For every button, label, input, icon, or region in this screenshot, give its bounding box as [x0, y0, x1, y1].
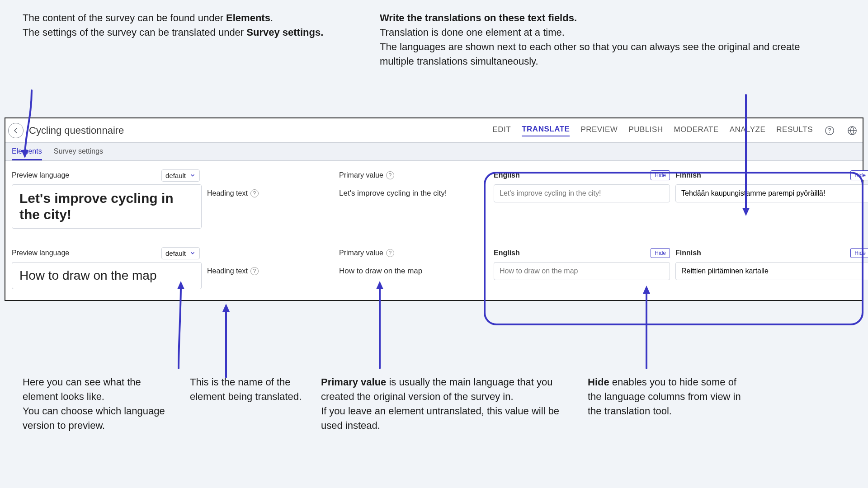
app-window: Cycling questionnaire EDIT TRANSLATE PRE… — [5, 117, 863, 301]
element-name-1: Heading text ? — [207, 184, 334, 202]
primary-value-1: Let's improve cycling in the city! — [339, 189, 447, 198]
preview-heading-1: Let's improve cycling in the city! — [12, 184, 202, 229]
text: The content of the survey can be found u… — [23, 12, 226, 23]
annotation-hide: Hide enables you to hide some of the lan… — [588, 375, 741, 418]
nav-analyze[interactable]: ANALYZE — [730, 125, 766, 136]
annotation-primary-value: Primary value is usually the main langua… — [321, 375, 570, 433]
finnish-input-1[interactable] — [675, 184, 868, 202]
chevron-down-icon — [189, 250, 196, 256]
subtab-elements[interactable]: Elements — [12, 147, 42, 160]
help-icon — [825, 126, 835, 136]
label: Heading text — [207, 267, 248, 275]
primary-value-header: Primary value ? — [339, 244, 488, 262]
element-name-2: Heading text ? — [207, 262, 334, 280]
text-bold: Elements — [226, 12, 270, 23]
subtabs: Elements Survey settings — [5, 143, 863, 161]
nav-moderate[interactable]: MODERATE — [674, 125, 719, 136]
top-nav: EDIT TRANSLATE PREVIEW PUBLISH MODERATE … — [492, 125, 858, 136]
chevron-down-icon — [189, 172, 196, 178]
globe-icon — [847, 126, 857, 136]
text: The settings of the survey can be transl… — [23, 27, 246, 38]
help-icon[interactable]: ? — [386, 249, 394, 257]
help-button[interactable] — [824, 125, 835, 136]
subtab-survey-settings[interactable]: Survey settings — [54, 147, 103, 160]
text: This is the name of the element being tr… — [190, 376, 302, 402]
preview-language-select[interactable]: default — [161, 247, 200, 259]
text-bold: Hide — [588, 376, 609, 388]
text: If you leave an element untranslated, th… — [321, 405, 559, 431]
nav-translate[interactable]: TRANSLATE — [522, 125, 570, 136]
text: Translation is done one element at a tim… — [380, 27, 565, 38]
english-input-2[interactable] — [494, 262, 670, 280]
arrow-left-icon — [12, 127, 20, 135]
preview-language-label: Preview language — [12, 171, 69, 179]
text-bold: Write the translations on these text fie… — [380, 12, 577, 23]
label: Finnish — [675, 249, 701, 257]
app-header: Cycling questionnaire EDIT TRANSLATE PRE… — [5, 118, 863, 143]
label: Finnish — [675, 171, 701, 179]
annotation-preview: Here you can see what the element looks … — [23, 375, 176, 433]
preview-language-label: Preview language — [12, 249, 69, 257]
nav-preview[interactable]: PREVIEW — [580, 125, 618, 136]
preview-language-row: Preview language default — [12, 244, 202, 262]
help-icon[interactable]: ? — [250, 267, 259, 275]
english-input-1[interactable] — [494, 184, 670, 202]
hide-english-button[interactable]: Hide — [651, 170, 670, 180]
text-bold: Primary value — [321, 376, 386, 388]
hide-english-button[interactable]: Hide — [651, 248, 670, 258]
translate-grid: Preview language default Primary value ?… — [5, 161, 863, 300]
english-column-header: English Hide — [494, 244, 670, 262]
finnish-column-header: Finnish Hide — [675, 244, 868, 262]
label: English — [494, 171, 520, 179]
preview-language-select[interactable]: default — [161, 169, 200, 182]
annotation-element-name: This is the name of the element being tr… — [190, 375, 312, 404]
svg-marker-6 — [222, 304, 230, 312]
back-button[interactable] — [8, 123, 24, 138]
svg-point-1 — [829, 132, 830, 132]
annotation-top-left: The content of the survey can be found u… — [23, 11, 330, 40]
primary-value-header: Primary value ? — [339, 166, 488, 184]
text-bold: Survey settings. — [246, 27, 323, 38]
help-icon[interactable]: ? — [386, 171, 394, 179]
english-column-header: English Hide — [494, 166, 670, 184]
text: The languages are shown next to each oth… — [380, 41, 800, 67]
label: English — [494, 249, 520, 257]
nav-publish[interactable]: PUBLISH — [628, 125, 663, 136]
finnish-input-2[interactable] — [675, 262, 868, 280]
annotation-top-right: Write the translations on these text fie… — [380, 11, 832, 69]
text: . — [270, 12, 273, 23]
text: Here you can see what the element looks … — [23, 376, 141, 402]
preview-language-row: Preview language default — [12, 166, 202, 184]
help-icon[interactable]: ? — [250, 189, 259, 197]
label: Primary value — [339, 171, 383, 179]
hide-finnish-button[interactable]: Hide — [850, 248, 868, 258]
finnish-column-header: Finnish Hide — [675, 166, 868, 184]
nav-results[interactable]: RESULTS — [776, 125, 813, 136]
nav-edit[interactable]: EDIT — [492, 125, 511, 136]
text: enables you to hide some of the language… — [588, 376, 741, 417]
label: Heading text — [207, 189, 248, 197]
label: Primary value — [339, 249, 383, 257]
preview-language-value: default — [165, 249, 186, 257]
hide-finnish-button[interactable]: Hide — [850, 170, 868, 180]
text: You can choose which language version to… — [23, 405, 165, 431]
preview-language-value: default — [165, 172, 186, 179]
survey-title: Cycling questionnaire — [29, 125, 124, 136]
primary-value-2: How to draw on the map — [339, 267, 422, 276]
preview-heading-2: How to draw on the map — [12, 262, 202, 289]
language-button[interactable] — [846, 125, 858, 136]
